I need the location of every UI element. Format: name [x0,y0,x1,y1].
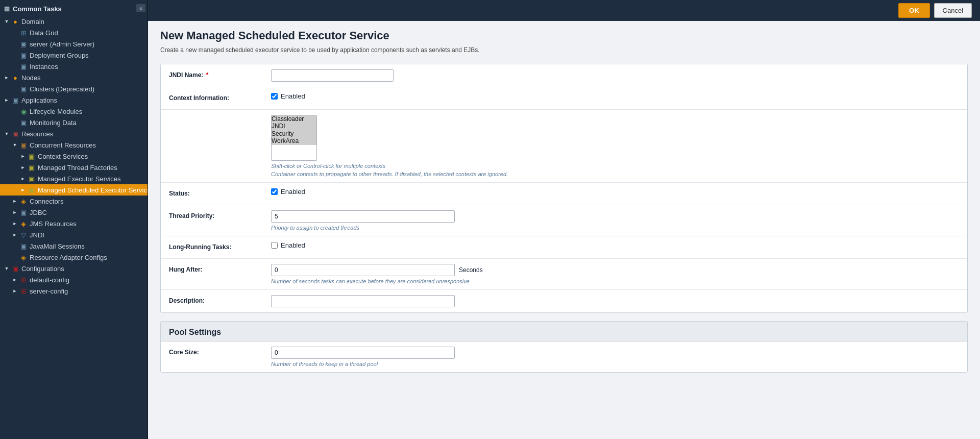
tree-icon-admin-server: ▣ [19,40,28,48]
sidebar-item-server-config[interactable]: ►⊞server-config [0,285,148,297]
sidebar-label-deployment-groups: Deployment Groups [30,52,89,59]
tree-icon-default-config: ⊞ [19,276,28,284]
expand-arrow-monitoring [12,120,17,125]
context-enabled-row: Enabled [271,92,959,100]
ok-button[interactable]: OK [898,3,930,18]
tree-icon-resource-adapter: ◈ [19,253,28,261]
hung-after-hint: Number of seconds tasks can execute befo… [271,278,959,284]
sidebar-item-jdbc[interactable]: ►▣JDBC [0,207,148,218]
sidebar-item-concurrent[interactable]: ▼▣Concurrent Resources [0,139,148,151]
sidebar-item-connectors[interactable]: ►◈Connectors [0,196,148,207]
tree-icon-jdbc: ▣ [19,208,28,216]
expand-arrow-configurations: ▼ [4,266,9,271]
context-listbox[interactable]: ClassloaderJNDISecurityWorkArea [271,115,317,161]
context-hint2: Container contexts to propagate to other… [271,171,959,177]
tree-icon-applications: ▣ [11,96,19,104]
sidebar-item-nodes[interactable]: ►●Nodes [0,72,148,83]
jndi-name-control [271,69,959,82]
sidebar-item-resources[interactable]: ▼▣Resources [0,128,148,139]
jndi-name-row: JNDI Name: * [161,64,967,87]
sidebar-item-clusters[interactable]: ▣Clusters (Deprecated) [0,83,148,94]
thread-priority-input[interactable] [271,210,455,223]
sidebar-item-executor-services[interactable]: ►▣Managed Executor Services [0,173,148,184]
sidebar-item-lifecycle[interactable]: ◉Lifecycle Modules [0,106,148,117]
page-title: New Managed Scheduled Executor Service [160,29,968,42]
sidebar-item-context-services[interactable]: ►▣Context Services [0,151,148,162]
sidebar-item-deployment-groups[interactable]: ▣Deployment Groups [0,50,148,61]
topbar: OK Cancel [148,0,980,21]
long-running-control: Enabled [271,241,959,249]
sidebar-label-thread-factories: Managed Thread Factories [38,164,117,172]
tree-icon-server-config: ⊞ [19,287,28,295]
tree-icon-thread-factories: ▣ [28,163,36,172]
expand-arrow-jdbc: ► [12,210,17,215]
expand-arrow-server-config: ► [12,288,17,294]
sidebar-label-javamail: JavaMail Sessions [30,242,85,250]
tree-icon-jndi: ▽ [19,231,28,239]
tree-container: ▼●Domain⊞Data Grid▣server (Admin Server)… [0,16,148,297]
cancel-button[interactable]: Cancel [934,3,972,18]
sidebar-item-thread-factories[interactable]: ►▣Managed Thread Factories [0,162,148,173]
sidebar-item-admin-server[interactable]: ▣server (Admin Server) [0,38,148,50]
sidebar-item-scheduled-executor[interactable]: ►▣Managed Scheduled Executor Services [0,184,148,196]
expand-arrow-resources: ▼ [4,131,9,136]
sidebar-item-javamail[interactable]: ▣JavaMail Sessions [0,240,148,252]
hung-after-label: Hung After: [169,264,271,273]
expand-arrow-domain: ▼ [4,19,9,24]
sidebar-label-admin-server: server (Admin Server) [30,40,94,48]
jndi-name-input[interactable] [271,69,394,82]
status-control: Enabled [271,188,959,196]
context-enabled-checkbox[interactable] [271,93,278,100]
sidebar-label-resource-adapter: Resource Adapter Configs [30,254,107,261]
context-list-control: ClassloaderJNDISecurityWorkArea Shift-cl… [271,115,959,177]
sidebar-item-data-grid[interactable]: ⊞Data Grid [0,27,148,38]
tree-icon-concurrent: ▣ [19,141,28,149]
hung-after-unit: Seconds [459,266,483,274]
sidebar-item-instances[interactable]: ▣Instances [0,61,148,72]
sidebar-item-default-config[interactable]: ►⊞default-config [0,274,148,285]
expand-arrow-context-services: ► [20,154,26,159]
tree-icon-scheduled-executor: ▣ [28,186,36,194]
common-tasks-label: Common Tasks [13,5,62,13]
tree-icon-connectors: ◈ [19,197,28,205]
core-size-input[interactable] [271,347,455,359]
tree-icon-javamail: ▣ [19,242,28,250]
sidebar-label-concurrent: Concurrent Resources [30,141,96,149]
sidebar-item-domain[interactable]: ▼●Domain [0,16,148,27]
sidebar-item-jms[interactable]: ►◈JMS Resources [0,218,148,229]
context-info-label: Context Information: [169,92,271,102]
pool-settings-title: Pool Settings [161,322,967,342]
core-size-control: Number of threads to keep in a thread po… [271,347,959,367]
tree-icon-nodes: ● [11,74,19,82]
context-enabled-label: Enabled [281,92,305,100]
sidebar-label-nodes: Nodes [21,74,41,82]
sidebar-toggle[interactable]: « [136,4,145,12]
long-running-checkbox[interactable] [271,242,278,249]
common-tasks-header[interactable]: ⊞ Common Tasks [0,0,148,16]
hung-after-input[interactable] [271,264,455,276]
tree-icon-context-services: ▣ [28,152,36,160]
expand-arrow-nodes: ► [4,75,9,80]
tree-icon-resources: ▣ [11,130,19,138]
sidebar-item-monitoring[interactable]: ▣Monitoring Data [0,117,148,128]
sidebar-item-configurations[interactable]: ▼▣Configurations [0,263,148,274]
sidebar-item-applications[interactable]: ►▣Applications [0,94,148,106]
page-description: Create a new managed scheduled executor … [160,46,968,54]
sidebar-label-lifecycle: Lifecycle Modules [30,108,82,115]
tree-icon-jms: ◈ [19,220,28,228]
sidebar-item-resource-adapter[interactable]: ◈Resource Adapter Configs [0,252,148,263]
description-input[interactable] [271,295,455,307]
tree-icon-clusters: ▣ [19,85,28,93]
thread-priority-hint: Priority to assign to created threads [271,225,959,231]
tree-icon-instances: ▣ [19,62,28,70]
core-size-row: Core Size: Number of threads to keep in … [161,342,967,372]
status-label: Status: [169,188,271,197]
status-enabled-checkbox[interactable] [271,188,278,195]
status-enabled-row: Enabled [271,188,959,196]
sidebar-item-jndi[interactable]: ►▽JNDI [0,229,148,240]
expand-arrow-connectors: ► [12,199,17,204]
expand-arrow-scheduled-executor: ► [20,187,26,192]
description-label: Description: [169,295,271,304]
status-row: Status: Enabled [161,183,967,205]
sidebar-label-data-grid: Data Grid [30,29,58,37]
